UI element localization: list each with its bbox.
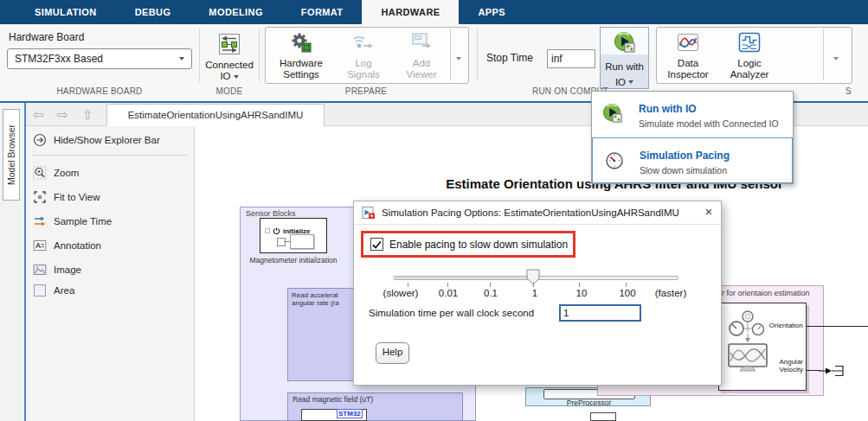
palette-item-hide-show-explorer[interactable]: Hide/Show Explorer Bar (33, 131, 160, 149)
prepare-gallery-caret[interactable] (453, 50, 461, 66)
magnetometer-caption: Magnetometer initialization (241, 256, 346, 265)
sample-time-icon (33, 214, 47, 228)
enable-pacing-label: Enable pacing to slow down simulation (389, 239, 568, 251)
connected-io-label-line2: IO (220, 71, 230, 81)
section-prepare: PREPARE (265, 86, 467, 96)
logic-analyzer-icon (717, 31, 782, 56)
sensor-blocks-label: Sensor Blocks (246, 209, 296, 218)
orientation-area-label: r for orientaion estimation (722, 289, 810, 297)
slider-label-slower: (slower) (383, 288, 419, 298)
tab-format[interactable]: FORMAT (282, 0, 363, 24)
enable-pacing-checkbox[interactable] (370, 238, 383, 251)
section-results-partial: S (845, 86, 852, 96)
palette-item-fit-to-view[interactable]: Fit to View (33, 188, 100, 206)
nav-forward-icon[interactable]: ⇨ (57, 103, 68, 126)
sim-time-label: Simulation time per wall clock second (369, 308, 534, 318)
run-with-io-label-line2: IO (615, 77, 626, 87)
stop-time-label: Stop Time (486, 52, 533, 64)
block-badge (265, 228, 270, 233)
help-button[interactable]: Help (376, 342, 409, 364)
nav-up-icon[interactable]: ⇧ (82, 103, 93, 126)
slider-label-0-1: 0.1 (484, 288, 498, 298)
log-signals-button[interactable]: Log Signals (334, 27, 393, 82)
tab-modeling[interactable]: MODELING (190, 0, 281, 24)
image-icon (33, 263, 47, 277)
hardware-board-value: STM32F3xx Based (15, 53, 103, 65)
ahrs-filter-block[interactable]: Orientation Angular Velocity (718, 303, 807, 391)
section-mode: MODE (203, 86, 256, 96)
annotation-icon: A (33, 239, 47, 252)
menu-item-run-with-io[interactable]: Run with IO Simulate model with Connecte… (592, 92, 793, 137)
preprocessor-label: PreProcessor (526, 399, 652, 407)
initialize-block[interactable]: initialize (260, 218, 327, 253)
palette-item-image[interactable]: Image (33, 261, 81, 278)
sim-time-input[interactable] (559, 304, 641, 322)
palette-item-annotation[interactable]: A Annotation (33, 237, 101, 254)
caret-down-icon (234, 75, 239, 79)
results-gallery-caret[interactable] (831, 50, 839, 66)
nav-back-icon[interactable]: ⇦ (33, 103, 44, 126)
slider-label-100: 100 (619, 288, 635, 298)
slider-label-10: 10 (576, 288, 588, 298)
model-browser-label: Model Browser (6, 124, 16, 185)
tab-simulation[interactable]: SIMULATION (16, 0, 116, 24)
simulation-pacing-dialog: Simulation Pacing Options: EstimateOrien… (353, 201, 722, 386)
hardware-board-label: Hardware Board (9, 31, 84, 43)
gauges-monitor-icon (728, 309, 768, 375)
menu-item-simulation-pacing[interactable]: Simulation Pacing Slow down simulation (592, 137, 793, 183)
read-accel-block[interactable]: Read accelerat angular rate (ra (287, 288, 355, 381)
slider-label-0-01: 0.01 (439, 288, 458, 298)
hardware-board-select[interactable]: STM32F3xx Based (7, 48, 192, 69)
read-magnetic-label: Read magnetic field (uT) (288, 393, 462, 404)
ribbon-tabbar: SIMULATION DEBUG MODELING FORMAT HARDWAR… (0, 0, 868, 24)
add-viewer-button[interactable]: Add Viewer (393, 27, 450, 82)
terminator-port-icon[interactable] (819, 363, 845, 382)
orientation-signal-line[interactable] (807, 326, 868, 327)
red-highlight-box: Enable pacing to slow down simulation (361, 231, 575, 258)
run-with-io-icon (602, 103, 623, 127)
palette-item-sample-time[interactable]: Sample Time (33, 213, 112, 230)
gear-icon (268, 31, 334, 56)
hardware-settings-button[interactable]: Hardware Settings (268, 27, 334, 82)
zoom-icon (33, 166, 47, 180)
slider-label-1: 1 (532, 288, 537, 298)
stm32-chip-label: STM32 (337, 409, 363, 418)
partial-block[interactable] (590, 412, 616, 421)
pacing-dialog-icon (362, 206, 376, 223)
svg-text:A: A (35, 241, 41, 250)
model-browser-tab[interactable]: Model Browser (3, 109, 20, 201)
slider-label-faster: (faster) (655, 288, 686, 298)
section-hardware-board: HARDWARE BOARD (0, 86, 199, 96)
power-icon (273, 223, 280, 239)
tab-debug[interactable]: DEBUG (116, 0, 190, 24)
angular-velocity-signal-line[interactable] (807, 370, 820, 371)
area-icon (33, 284, 47, 297)
tab-apps[interactable]: APPS (459, 0, 524, 24)
run-with-io-button[interactable]: Run with IO (600, 27, 649, 89)
add-viewer-icon (393, 31, 450, 56)
fit-to-view-icon (33, 190, 47, 204)
document-tab[interactable]: EstimateOrientationUsingAHRSandIMU (106, 104, 325, 126)
data-inspector-icon (655, 31, 721, 56)
connected-io-icon (203, 33, 256, 58)
close-icon[interactable]: × (701, 204, 717, 219)
log-signals-icon (334, 31, 393, 56)
caret-down-icon (628, 80, 633, 84)
dialog-title: Simulation Pacing Options: EstimateOrien… (382, 207, 679, 218)
stop-time-input[interactable] (547, 49, 595, 68)
run-with-io-label-line1: Run with (605, 61, 644, 72)
data-inspector-button[interactable]: Data Inspector (655, 27, 721, 82)
hide-show-explorer-icon (33, 133, 47, 147)
connected-io-button[interactable]: Connected IO (203, 29, 256, 84)
simulation-pacing-icon (604, 150, 625, 174)
logic-analyzer-button[interactable]: Logic Analyzer (717, 27, 782, 82)
app-window: SIMULATION DEBUG MODELING FORMAT HARDWAR… (0, 0, 868, 421)
palette-item-zoom[interactable]: Zoom (33, 164, 79, 182)
caret-down-icon (179, 57, 184, 61)
tab-hardware[interactable]: HARDWARE (362, 0, 459, 24)
run-with-io-menu: Run with IO Simulate model with Connecte… (591, 91, 794, 184)
palette-item-area[interactable]: Area (33, 282, 74, 299)
connected-io-label-line1: Connected (205, 60, 254, 70)
orientation-port-label: Orientation (769, 322, 803, 329)
run-with-io-icon (614, 31, 636, 57)
